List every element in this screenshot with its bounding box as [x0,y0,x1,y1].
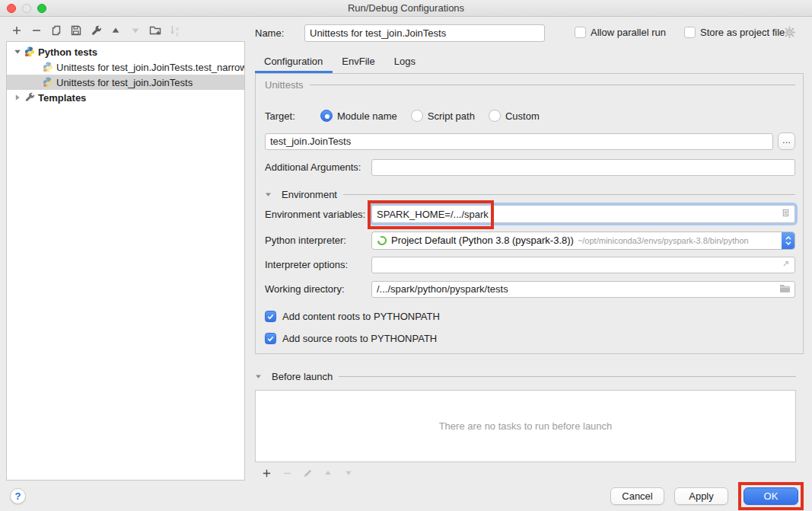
interpreter-options-field[interactable] [371,257,795,273]
footer-buttons: Cancel Apply OK [610,481,804,511]
help-button[interactable]: ? [10,488,26,504]
target-value-input[interactable] [270,134,768,149]
svg-text:z: z [176,31,179,37]
gear-icon[interactable] [783,26,796,39]
browse-button[interactable]: ... [778,133,795,150]
collapse-arrow-icon[interactable] [255,373,262,380]
module-name-label: Module name [337,110,397,122]
module-name-radio[interactable] [320,110,333,122]
create-folder-icon[interactable] [149,24,161,37]
move-task-down-icon[interactable] [342,467,355,479]
interpreter-options-input[interactable] [377,257,790,273]
tree-item-unittests-test-narrow[interactable]: Unittests for test_join.JoinTests.test_n… [7,59,244,75]
working-directory-input[interactable] [377,282,790,297]
edit-templates-icon[interactable] [90,24,102,37]
folder-icon[interactable] [779,283,791,295]
interpreter-options-row: Interpreter options: [265,256,795,273]
python-interpreter-value: Project Default (Python 3.8 (pyspark-3.8… [391,235,574,246]
target-value-field[interactable] [265,133,773,150]
configurations-tree: Python tests Unittests for test_join.Joi… [6,41,245,481]
allow-parallel-run-checkbox[interactable] [575,27,586,38]
tree-item-unittests-jointests[interactable]: Unittests for test_join.JoinTests [7,75,244,90]
apply-button[interactable]: Apply [674,487,728,505]
script-path-label: Script path [428,110,475,122]
environment-variables-input[interactable] [377,206,790,222]
before-launch-task-list[interactable]: There are no tasks to run before launch [255,390,796,462]
cancel-button[interactable]: Cancel [610,487,664,505]
before-launch-toolbar [260,467,355,479]
store-as-project-file-option[interactable]: Store as project file [684,27,785,38]
expand-arrow-icon[interactable] [14,94,21,101]
templates-wrench-icon [24,92,35,103]
name-input[interactable] [304,24,545,42]
remove-configuration-icon[interactable] [30,24,43,37]
editor-tabs: Configuration EnvFile Logs [255,52,425,73]
window-title: Run/Debug Configurations [0,0,812,17]
annotation-red-box-ok: OK [738,482,804,510]
working-directory-field[interactable] [371,281,795,298]
python-interpreter-row: Python interpreter: Project Default (Pyt… [265,231,795,250]
add-configuration-icon[interactable] [11,24,23,37]
before-launch-empty-message: There are no tasks to run before launch [439,420,613,432]
python-interpreter-label: Python interpreter: [265,235,371,246]
dialog-footer: ? Cancel Apply OK [0,481,812,511]
edit-variables-icon[interactable] [781,208,791,220]
collapse-arrow-icon[interactable] [14,48,21,56]
add-content-roots-option[interactable]: Add content roots to PYTHONPATH [265,311,440,322]
move-down-icon[interactable] [129,24,142,37]
environment-variables-row: Environment variables: [265,204,795,224]
before-launch-title: Before launch [272,371,333,382]
working-directory-label: Working directory: [265,283,371,295]
configurations-toolbar: az [11,24,181,37]
python-tests-icon [24,46,35,57]
dropdown-stepper-icon[interactable] [782,232,794,249]
remove-task-icon[interactable] [281,467,293,479]
add-content-roots-checkbox[interactable] [265,311,276,322]
tree-item-python-tests[interactable]: Python tests [7,44,244,59]
additional-arguments-field[interactable] [371,159,795,176]
add-content-roots-label: Add content roots to PYTHONPATH [282,311,440,322]
tab-envfile[interactable]: EnvFile [333,52,384,73]
tab-logs[interactable]: Logs [385,52,425,73]
custom-radio[interactable] [489,110,501,122]
name-label: Name: [255,27,284,39]
add-source-roots-option[interactable]: Add source roots to PYTHONPATH [265,333,437,344]
ok-button[interactable]: OK [744,487,798,505]
custom-label: Custom [505,110,540,122]
add-task-icon[interactable] [260,467,272,479]
store-as-project-file-checkbox[interactable] [684,27,696,38]
environment-section-header[interactable]: Environment [265,189,795,200]
target-option-module-name[interactable]: Module name [320,110,397,122]
tree-item-label: Templates [38,92,86,104]
tree-item-label: Unittests for test_join.JoinTests.test_n… [56,62,244,73]
python-test-icon [43,62,53,72]
target-option-script-path[interactable]: Script path [411,110,475,122]
before-launch-section-header[interactable]: Before launch [255,371,796,382]
save-configuration-icon[interactable] [70,24,82,37]
target-option-custom[interactable]: Custom [489,110,540,122]
script-path-radio[interactable] [411,110,423,122]
collapse-arrow-icon[interactable] [265,191,272,198]
target-label: Target: [265,110,320,122]
move-up-icon[interactable] [110,24,122,37]
svg-text:a: a [176,26,179,31]
tree-item-label: Python tests [38,46,97,58]
sort-configurations-icon[interactable]: az [169,24,181,37]
unittests-group-header: Unittests [265,79,795,91]
tab-configuration[interactable]: Configuration [255,52,333,73]
copy-configuration-icon[interactable] [50,24,62,37]
allow-parallel-run-option[interactable]: Allow parallel run [575,27,666,38]
additional-arguments-input[interactable] [377,160,790,175]
python-interpreter-path: ~/opt/miniconda3/envs/pyspark-3.8/bin/py… [578,236,749,245]
expand-field-icon[interactable] [781,259,791,271]
environment-variables-field[interactable] [371,205,795,223]
tree-item-label: Unittests for test_join.JoinTests [56,77,193,88]
unittests-group-title: Unittests [265,79,304,91]
edit-task-icon[interactable] [301,467,314,479]
tree-item-templates[interactable]: Templates [7,90,244,105]
conda-environment-icon [377,235,387,246]
add-source-roots-checkbox[interactable] [265,333,276,344]
environment-variables-label: Environment variables: [265,209,371,220]
move-task-up-icon[interactable] [322,467,334,479]
python-interpreter-dropdown[interactable]: Project Default (Python 3.8 (pyspark-3.8… [371,232,795,250]
